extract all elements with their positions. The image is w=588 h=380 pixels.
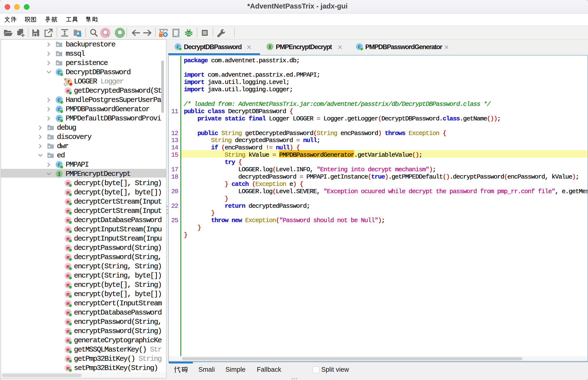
svg-text:I: I: [268, 44, 271, 50]
svg-text:I: I: [58, 171, 60, 177]
